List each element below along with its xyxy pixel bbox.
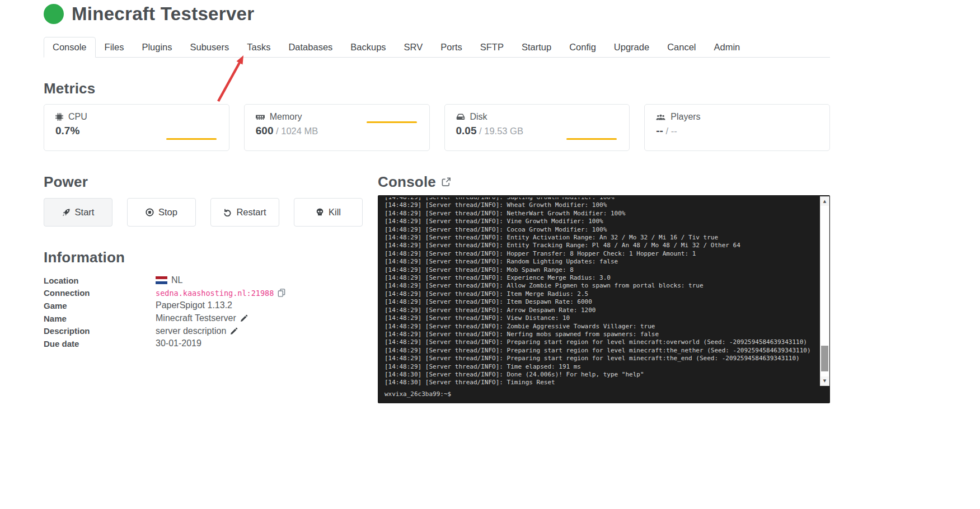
metric-value-secondary: / 1024 MB bbox=[273, 126, 318, 136]
kill-button[interactable]: Kill bbox=[294, 198, 363, 227]
rocket-icon bbox=[62, 208, 71, 216]
info-value-text: server description bbox=[156, 326, 226, 336]
console-line: [14:48:29] [Server thread/INFO]: Prepari… bbox=[385, 355, 817, 362]
edit-name-icon[interactable] bbox=[240, 314, 248, 322]
metric-label: CPU bbox=[55, 112, 218, 122]
metric-value-main: 0.05 bbox=[456, 125, 477, 136]
scrollbar-track[interactable] bbox=[820, 206, 829, 376]
info-row-due-date: Due date30-01-2019 bbox=[44, 337, 378, 350]
console-scrollbar[interactable]: ▲ ▼ bbox=[820, 196, 829, 386]
console-line: [14:48:29] [Server thread/INFO]: Nerfing… bbox=[385, 331, 817, 338]
copy-connection-icon[interactable] bbox=[278, 289, 285, 297]
console-terminal: [14:48:29] [Server thread/INFO]: Sapling… bbox=[378, 195, 830, 403]
tab-bar: ConsoleFilesPluginsSubusersTasksDatabase… bbox=[44, 37, 830, 58]
console-line: [14:48:29] [Server thread/INFO]: Random … bbox=[385, 258, 817, 266]
info-row-game: GamePaperSpigot 1.13.2 bbox=[44, 299, 378, 312]
tab-files[interactable]: Files bbox=[96, 37, 133, 58]
start-button[interactable]: Start bbox=[44, 198, 112, 227]
console-line: [14:48:29] [Server thread/INFO]: Arrow D… bbox=[385, 307, 817, 314]
console-line: [14:48:29] [Server thread/INFO]: Wheat G… bbox=[385, 201, 817, 209]
tab-config[interactable]: Config bbox=[560, 37, 605, 58]
button-label: Start bbox=[75, 207, 95, 218]
information-heading: Information bbox=[44, 249, 378, 266]
info-row-name: NameMinecraft Testserver bbox=[44, 312, 378, 325]
nl-flag-icon bbox=[156, 276, 167, 284]
edit-description-icon[interactable] bbox=[230, 327, 238, 335]
tab-ports[interactable]: Ports bbox=[432, 37, 471, 58]
open-console-external-icon[interactable] bbox=[442, 177, 451, 187]
console-section: Console [14:48:29] [Server thread/INFO]:… bbox=[378, 173, 830, 403]
console-log-viewport[interactable]: [14:48:29] [Server thread/INFO]: Sapling… bbox=[385, 197, 830, 387]
tab-plugins[interactable]: Plugins bbox=[133, 37, 181, 58]
info-value: server description bbox=[156, 326, 238, 336]
tab-backups[interactable]: Backups bbox=[341, 37, 395, 58]
console-line: [14:48:29] [Server thread/INFO]: Item Me… bbox=[385, 290, 817, 298]
tab-tasks[interactable]: Tasks bbox=[238, 37, 279, 58]
metric-label: Disk bbox=[456, 112, 618, 122]
button-label: Restart bbox=[236, 207, 266, 218]
console-line: [14:48:29] [Server thread/INFO]: Sapling… bbox=[385, 197, 817, 201]
server-status-dot bbox=[44, 4, 64, 24]
console-line: [14:48:29] [Server thread/INFO]: Cocoa G… bbox=[385, 226, 817, 234]
info-label: Location bbox=[44, 276, 156, 285]
info-value: PaperSpigot 1.13.2 bbox=[156, 300, 232, 310]
tab-srv[interactable]: SRV bbox=[395, 37, 432, 58]
console-line: [14:48:29] [Server thread/INFO]: Time el… bbox=[385, 363, 817, 371]
information-section: Information LocationNLConnectionsedna.ka… bbox=[44, 249, 378, 350]
restart-icon bbox=[223, 208, 232, 216]
console-log: [14:48:29] [Server thread/INFO]: Sapling… bbox=[385, 197, 817, 387]
tab-upgrade[interactable]: Upgrade bbox=[605, 37, 658, 58]
info-label: Description bbox=[44, 326, 156, 336]
info-value-text: Minecraft Testserver bbox=[156, 313, 236, 323]
info-label: Name bbox=[44, 314, 156, 323]
scrollbar-thumb[interactable] bbox=[821, 346, 828, 371]
metric-value-main: 600 bbox=[256, 125, 274, 136]
scroll-down-arrow-icon[interactable]: ▼ bbox=[820, 376, 829, 385]
tab-admin[interactable]: Admin bbox=[705, 37, 749, 58]
tab-sftp[interactable]: SFTP bbox=[471, 37, 513, 58]
tab-subusers[interactable]: Subusers bbox=[181, 37, 238, 58]
console-line: [14:48:29] [Server thread/INFO]: Item De… bbox=[385, 298, 817, 306]
skull-icon bbox=[316, 208, 324, 216]
console-line: [14:48:29] [Server thread/INFO]: NetherW… bbox=[385, 210, 817, 218]
console-line: [14:48:29] [Server thread/INFO]: Zombie … bbox=[385, 323, 817, 331]
tab-databases[interactable]: Databases bbox=[279, 37, 341, 58]
button-label: Stop bbox=[158, 207, 177, 218]
console-line: [14:48:29] [Server thread/INFO]: Vine Gr… bbox=[385, 218, 817, 225]
metric-label-text: Disk bbox=[470, 112, 487, 122]
metrics-section: Metrics CPU0.7%Memory600 / 1024 MBDisk0.… bbox=[44, 80, 830, 151]
metric-card-disk: Disk0.05 / 19.53 GB bbox=[444, 104, 630, 151]
console-line: [14:48:29] [Server thread/INFO]: View Di… bbox=[385, 314, 817, 322]
tab-cancel[interactable]: Cancel bbox=[658, 37, 705, 58]
stop-button[interactable]: Stop bbox=[127, 198, 196, 227]
page-title: Minecraft Testserver bbox=[72, 3, 254, 25]
restart-button[interactable]: Restart bbox=[210, 198, 279, 227]
users-icon bbox=[656, 114, 665, 121]
info-value: sedna.kaashosting.nl:21988 bbox=[156, 289, 285, 298]
info-value-text: 30-01-2019 bbox=[156, 338, 201, 348]
sparkline-chart bbox=[566, 138, 617, 140]
console-line: [14:48:29] [Server thread/INFO]: Prepari… bbox=[385, 338, 817, 346]
console-line: [14:48:30] [Server thread/INFO]: Done (2… bbox=[385, 371, 817, 379]
info-label: Connection bbox=[44, 288, 156, 298]
console-line: [14:48:29] [Server thread/INFO]: Mob Spa… bbox=[385, 266, 817, 274]
metric-label-text: Players bbox=[670, 112, 700, 122]
page-header: Minecraft Testserver bbox=[44, 3, 830, 25]
console-line: [14:48:29] [Server thread/INFO]: Allow Z… bbox=[385, 282, 817, 290]
scroll-up-arrow-icon[interactable]: ▲ bbox=[820, 197, 829, 206]
memory-icon bbox=[256, 113, 265, 121]
metric-value-main: 0.7% bbox=[55, 125, 79, 136]
metric-label: Players bbox=[656, 112, 818, 122]
info-label: Game bbox=[44, 301, 156, 310]
info-value: Minecraft Testserver bbox=[156, 313, 248, 323]
tab-startup[interactable]: Startup bbox=[513, 37, 560, 58]
info-row-connection: Connectionsedna.kaashosting.nl:21988 bbox=[44, 287, 378, 300]
power-buttons: StartStopRestartKill bbox=[44, 198, 378, 227]
button-label: Kill bbox=[329, 207, 341, 218]
metric-cards: CPU0.7%Memory600 / 1024 MBDisk0.05 / 19.… bbox=[44, 104, 830, 151]
metric-value-secondary: / 19.53 GB bbox=[476, 126, 523, 136]
power-heading: Power bbox=[44, 173, 378, 191]
tab-console[interactable]: Console bbox=[44, 37, 96, 58]
metric-label-text: CPU bbox=[68, 112, 87, 122]
console-line: [14:48:29] [Server thread/INFO]: Entity … bbox=[385, 242, 817, 249]
